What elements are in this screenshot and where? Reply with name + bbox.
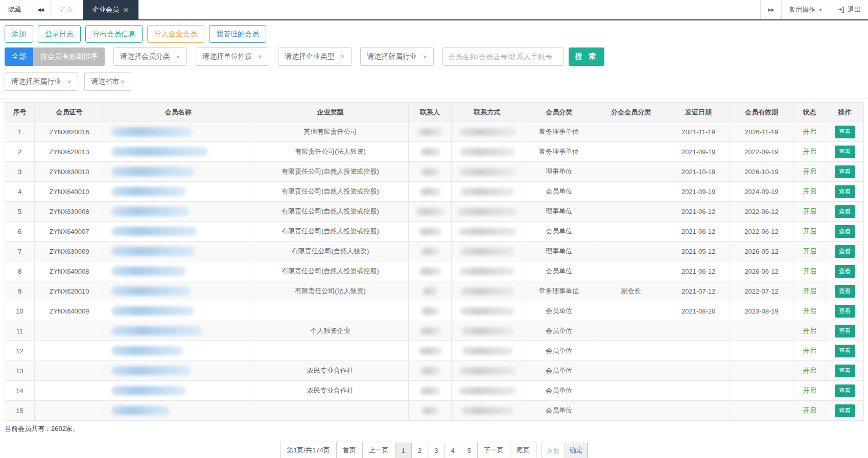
cell-member-name[interactable]	[104, 321, 252, 341]
chevron-down-icon: ∨	[340, 54, 345, 59]
cell-valid-until: 2022-09-19	[730, 142, 793, 162]
view-button[interactable]: 查看	[835, 345, 855, 357]
common-operations-menu[interactable]: 常用操作 ▼	[781, 0, 830, 19]
toolbar-button[interactable]: 导出会员信息	[85, 25, 143, 43]
toolbar-button[interactable]: 导入企业会员	[147, 25, 204, 43]
view-button[interactable]: 查看	[835, 305, 855, 318]
redacted-member-name	[111, 386, 186, 395]
view-button[interactable]: 查看	[835, 325, 855, 338]
cell-cert-no: ZYNX640010	[35, 182, 104, 202]
next-page-button[interactable]: 下一页	[477, 442, 510, 458]
cell-valid-until: 2026-05-12	[730, 242, 793, 261]
filter-all-button[interactable]: 全部	[5, 47, 33, 66]
redacted-member-name	[111, 187, 186, 196]
cell-branch-category	[595, 361, 667, 381]
confirm-page-button[interactable]: 确定	[565, 443, 588, 458]
last-page-button[interactable]: 尾页	[510, 442, 536, 458]
redacted-contact-name	[420, 148, 440, 156]
cell-member-name[interactable]	[104, 341, 252, 361]
page-number-button[interactable]: 2	[411, 443, 428, 458]
toolbar-button[interactable]: 我管理的会员	[209, 25, 266, 43]
redacted-member-name	[111, 147, 208, 156]
first-page-button[interactable]: 首页	[336, 442, 363, 458]
close-tab-icon[interactable]: ⊗	[123, 6, 129, 13]
view-button[interactable]: 查看	[835, 384, 855, 397]
tab-enterprise-members[interactable]: 企业会员 ⊗	[83, 0, 139, 19]
logout-button[interactable]: 退出	[830, 0, 868, 19]
view-button[interactable]: 查看	[835, 146, 855, 158]
page-number-button[interactable]: 1	[395, 443, 412, 458]
view-button[interactable]: 查看	[835, 165, 855, 178]
cell-actions: 查看	[826, 182, 864, 202]
chevron-down-icon: ∨	[67, 79, 72, 84]
redacted-contact-phone	[460, 148, 515, 156]
search-input[interactable]	[442, 47, 564, 66]
redacted-contact-phone	[460, 188, 514, 196]
cell-member-category: 会员单位	[523, 222, 595, 242]
view-button[interactable]: 查看	[835, 205, 855, 218]
page-number-input[interactable]	[542, 443, 565, 458]
cell-issue-date	[667, 321, 730, 341]
cell-member-name[interactable]	[104, 222, 252, 242]
view-button[interactable]: 查看	[835, 126, 855, 138]
cell-contact	[409, 341, 452, 361]
page-number-button[interactable]: 3	[428, 443, 444, 458]
redacted-contact-name	[419, 268, 441, 275]
cell-member-name[interactable]	[104, 301, 252, 321]
filter-select[interactable]: 请选省市 ∨	[84, 73, 131, 91]
cell-member-name[interactable]	[104, 122, 252, 142]
filter-select[interactable]: 请选择所属行业 ∨	[360, 47, 434, 66]
cell-issue-date: 2021-11-19	[667, 122, 730, 142]
view-button[interactable]: 查看	[835, 404, 855, 417]
scroll-tabs-left-icon[interactable]: ◀◀	[30, 0, 51, 19]
table-row: 7 ZYNX630009 有限责任公司(自然人独资) 理事单位 2021-05-…	[5, 242, 864, 261]
status-badge: 开启	[803, 287, 816, 295]
page-number-button[interactable]: 4	[444, 443, 461, 458]
cell-issue-date	[667, 361, 730, 381]
cell-contact-phone	[452, 122, 523, 142]
view-button[interactable]: 查看	[835, 265, 855, 278]
cell-member-name[interactable]	[104, 242, 252, 261]
sort-by-validity-button[interactable]: 按会员有效期排序	[33, 47, 105, 66]
hide-tabs-button[interactable]: 隐藏	[0, 0, 30, 19]
cell-member-name[interactable]	[104, 162, 252, 182]
filter-select[interactable]: 请选择单位性质 ∨	[196, 47, 269, 66]
filter-select-value: 请选择会员分类	[120, 52, 170, 61]
view-button[interactable]: 查看	[835, 245, 855, 258]
cell-member-name[interactable]	[104, 281, 252, 301]
filter-select[interactable]: 请选择企业类型 ∨	[278, 47, 351, 66]
cell-status: 开启	[793, 122, 826, 142]
filter-select[interactable]: 请选择会员分类 ∨	[113, 47, 187, 66]
filter-select-value: 请选省市	[91, 77, 120, 86]
filter-select[interactable]: 请选择所属行业 ∨	[5, 73, 78, 91]
cell-member-name[interactable]	[104, 361, 252, 381]
toolbar-button[interactable]: 登录日志	[38, 25, 81, 43]
cell-member-name[interactable]	[104, 261, 252, 281]
cell-contact	[409, 321, 452, 341]
view-button[interactable]: 查看	[835, 365, 855, 377]
view-button[interactable]: 查看	[835, 185, 855, 198]
cell-member-name[interactable]	[104, 401, 252, 421]
cell-member-name[interactable]	[104, 202, 252, 222]
search-button[interactable]: 搜 索	[569, 47, 604, 66]
cell-member-category: 常务理事单位	[523, 281, 595, 301]
redacted-member-name	[111, 366, 191, 375]
toolbar-button[interactable]: 添加	[5, 25, 33, 43]
cell-actions: 查看	[826, 261, 864, 281]
cell-member-name[interactable]	[104, 182, 252, 202]
status-badge: 开启	[803, 267, 816, 275]
tab-home[interactable]: 首页	[51, 0, 83, 19]
cell-member-category: 常务理事单位	[523, 142, 595, 162]
cell-actions: 查看	[826, 361, 864, 381]
cell-member-category: 会员单位	[523, 182, 595, 202]
scroll-tabs-right-icon[interactable]: ▶▶	[761, 0, 781, 19]
cell-member-name[interactable]	[104, 381, 252, 401]
prev-page-button[interactable]: 上一页	[362, 442, 395, 458]
view-button[interactable]: 查看	[835, 225, 855, 238]
cell-member-name[interactable]	[104, 142, 252, 162]
cell-contact-phone	[452, 261, 523, 281]
view-button[interactable]: 查看	[835, 285, 855, 298]
page-number-button[interactable]: 5	[461, 443, 478, 458]
redacted-member-name	[111, 127, 192, 136]
redacted-contact-phone	[457, 208, 518, 215]
